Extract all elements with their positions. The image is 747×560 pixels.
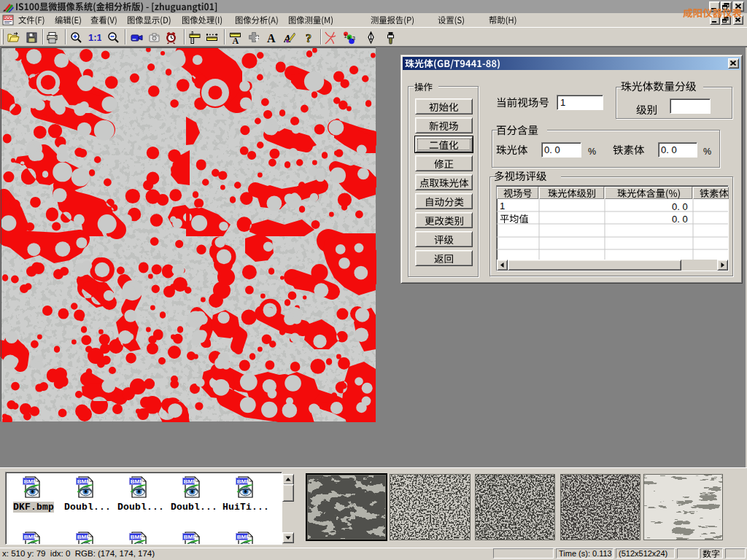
svg-text:a: a: [348, 35, 351, 40]
svg-text:BMP: BMP: [131, 478, 144, 485]
svg-text:A: A: [233, 36, 239, 45]
svg-text:A: A: [267, 32, 276, 44]
svg-text:BMP: BMP: [184, 534, 197, 540]
svg-text:BMP: BMP: [24, 534, 37, 540]
svg-text:?: ?: [306, 32, 311, 44]
svg-text:BMP: BMP: [77, 478, 90, 485]
svg-text:1: 1: [344, 34, 347, 39]
svg-text:BMP: BMP: [237, 478, 250, 485]
svg-text:BMP: BMP: [237, 534, 250, 540]
svg-text:3: 3: [352, 36, 355, 41]
svg-text:BMP: BMP: [77, 534, 90, 540]
svg-text:BMP: BMP: [131, 534, 144, 540]
svg-text:1:1: 1:1: [88, 32, 101, 43]
svg-text:BMP: BMP: [184, 478, 197, 485]
svg-text:DOC: DOC: [4, 16, 13, 20]
svg-text:BMP: BMP: [24, 478, 37, 485]
